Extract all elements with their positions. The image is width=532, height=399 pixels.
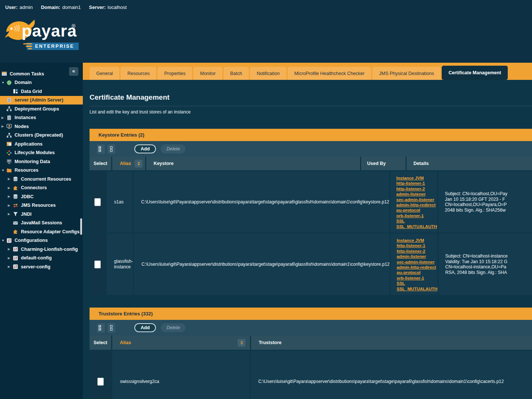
keystore-delete-button[interactable]: Delete	[161, 144, 185, 153]
tree-collapsed-arrow-icon[interactable]: ▶	[8, 177, 13, 181]
tree-expanded-arrow-icon[interactable]: ▼	[1, 239, 6, 242]
alias-cell: swisssignsilverg2ca	[112, 351, 250, 399]
used-by-link[interactable]: sec-admin-listener	[396, 197, 437, 202]
keystore-row: glassfish-instanceC:\Users\luise\git\Pay…	[90, 234, 532, 295]
sidebar-item-server-admin-server[interactable]: server (Admin Server)	[0, 96, 83, 105]
used-by-link[interactable]: sec-admin-listener	[397, 259, 437, 265]
sidebar-item-domain[interactable]: ▼Domain	[0, 78, 83, 87]
sidebar-item-label: JDBC	[21, 194, 34, 199]
used-by-link[interactable]: http-listener-2	[396, 186, 437, 191]
used-by-link[interactable]: http-listener-1	[396, 181, 437, 186]
sidebar-scrollbar-thumb[interactable]	[80, 218, 82, 235]
row-checkbox[interactable]	[97, 378, 104, 386]
tree-collapsed-arrow-icon[interactable]: ▶	[8, 186, 13, 190]
tree-collapsed-arrow-icon[interactable]: ▶	[8, 204, 13, 207]
tree-collapsed-arrow-icon[interactable]: ▶	[8, 247, 13, 251]
sidebar-item-default-config[interactable]: ▶default-config	[0, 254, 83, 263]
registered-mark: ®	[72, 23, 75, 29]
tree-expanded-arrow-icon[interactable]: ▼	[1, 169, 6, 172]
used-by-link[interactable]: SSL	[396, 218, 437, 224]
keystore-path: C:\Users\luise\git\Payara\appserver\dist…	[141, 262, 389, 267]
tree-expanded-arrow-icon[interactable]: ▼	[1, 81, 6, 84]
sidebar-item-applications[interactable]: Applications	[0, 140, 83, 149]
tree-collapsed-arrow-icon[interactable]: ▶	[1, 125, 6, 128]
sidebar-item-label: Connectors	[21, 185, 47, 190]
sidebar-item-nodes[interactable]: ▶Nodes	[0, 122, 83, 131]
tab-notification[interactable]: Notification	[250, 67, 287, 80]
tree-collapsed-arrow-icon[interactable]: ▶	[8, 195, 13, 198]
sidebar-item-server-config[interactable]: ▶server-config	[0, 262, 83, 271]
used-by-link[interactable]: admin-http-redirect	[396, 202, 437, 208]
tab-microprofile-healthcheck-checker[interactable]: MicroProfile Healthcheck Checker	[288, 67, 371, 80]
used-by-link[interactable]: pu-protocol	[396, 208, 437, 213]
monitor2-icon	[6, 159, 12, 164]
tree-collapsed-arrow-icon[interactable]: ▶	[8, 265, 13, 268]
used-by-link[interactable]: http-listener-2	[397, 249, 437, 254]
truststore-add-button[interactable]: Add	[134, 323, 156, 332]
tab-jms-physical-destinations[interactable]: JMS Physical Destinations	[372, 67, 441, 80]
row-checkbox[interactable]	[94, 198, 101, 206]
sidebar-item-concurrent-resources[interactable]: ▶Concurrent Resources	[0, 175, 83, 184]
server-label: Server:	[89, 4, 106, 10]
column-header-label: Truststore	[259, 340, 281, 345]
used-by-link[interactable]: pu-protocol	[397, 270, 437, 275]
tree-collapsed-arrow-icon[interactable]: ▶	[1, 116, 6, 119]
used-by-link[interactable]: http-listener-1	[397, 243, 437, 248]
column-header-label: Alias	[120, 161, 131, 166]
funnel-icon	[13, 211, 18, 217]
select-cell	[90, 351, 111, 399]
details-cell: Subject: CN=localhost-instanceValidity: …	[439, 234, 532, 295]
used-by-link[interactable]: admin-listener	[397, 254, 437, 259]
sidebar-item-resources[interactable]: ▼Resources	[0, 166, 83, 175]
tab-certificate-management[interactable]: Certificate Management	[442, 66, 508, 80]
deselect-all-icon[interactable]	[107, 323, 115, 333]
sidebar-item-label: JMS Resources	[21, 203, 56, 208]
sidebar-item-deployment-groups[interactable]: Deployment Groups	[0, 105, 83, 113]
select-all-icon[interactable]	[97, 144, 105, 154]
sidebar-item-jndi[interactable]: ▶JNDI	[0, 210, 83, 219]
sort-button[interactable]	[238, 339, 245, 347]
tree-collapsed-arrow-icon[interactable]: ▶	[8, 256, 13, 260]
tab-monitor[interactable]: Monitor	[193, 67, 222, 80]
sidebar-item-monitoring-data[interactable]: Monitoring Data	[0, 157, 83, 166]
brand-wordmark: payara	[22, 22, 77, 40]
server-info: Server:localhost	[89, 4, 127, 10]
sidebar-item-label: Domain	[15, 80, 32, 85]
used-by-link[interactable]: Instance JVM	[396, 175, 437, 181]
used-by-link[interactable]: admin-http-redirect	[397, 265, 437, 270]
sidebar-item-connectors[interactable]: ▶Connectors	[0, 184, 83, 193]
used-by-link[interactable]: SSL_MUTUALAUTH	[397, 286, 437, 292]
used-by-link[interactable]: orb-listener-1	[397, 275, 437, 281]
alias-value: glassfish-instance	[114, 259, 133, 270]
row-checkbox[interactable]	[94, 261, 101, 268]
truststore-delete-button[interactable]: Delete	[161, 323, 185, 332]
sliders-icon	[13, 246, 18, 252]
sort-button[interactable]	[135, 160, 143, 168]
used-by-link[interactable]: SSL_MUTUALAUTH	[396, 224, 437, 229]
sidebar-collapse-button[interactable]: «	[69, 67, 78, 76]
used-by-link[interactable]: SSL	[397, 281, 437, 286]
deselect-all-icon[interactable]	[107, 144, 115, 154]
tab-general[interactable]: General	[90, 67, 119, 80]
sidebar-item-clusters-deprecated[interactable]: Clusters (Deprecated)	[0, 131, 83, 140]
used-by-link[interactable]: Instance JVM	[397, 238, 437, 243]
sidebar-item-jdbc[interactable]: ▶JDBC	[0, 192, 83, 201]
sidebar-item-resource-adapter-configs[interactable]: Resource Adapter Configs	[0, 227, 83, 236]
sidebar-item-configurations[interactable]: ▼Configurations	[0, 236, 83, 245]
keystore-add-button[interactable]: Add	[134, 144, 156, 153]
tab-resources[interactable]: Resources	[121, 67, 156, 80]
used-by-link[interactable]: orb-listener-1	[396, 213, 437, 218]
sidebar-item-instances[interactable]: ▶Instances	[0, 113, 83, 122]
tab-batch[interactable]: Batch	[223, 67, 249, 80]
tree-collapsed-arrow-icon[interactable]: ▶	[8, 212, 13, 216]
used-by-link[interactable]: admin-listener	[396, 191, 437, 197]
truststore-table-header: SelectAliasTruststore	[90, 336, 532, 350]
sidebar-item-javamail-sessions[interactable]: JavaMail Sessions	[0, 219, 83, 228]
server-value: localhost	[107, 4, 126, 10]
sidebar-item-data-grid[interactable]: Data Grid	[0, 87, 83, 96]
select-all-icon[interactable]	[97, 323, 105, 333]
sidebar-item-lifecycle-modules[interactable]: Lifecycle Modules	[0, 149, 83, 158]
sidebar-item-jms-resources[interactable]: ▶JMS Resources	[0, 201, 83, 210]
tab-properties[interactable]: Properties	[157, 67, 192, 80]
sidebar-item-charming-lionfish-config[interactable]: ▶Charming-Lionfish-config	[0, 245, 83, 254]
